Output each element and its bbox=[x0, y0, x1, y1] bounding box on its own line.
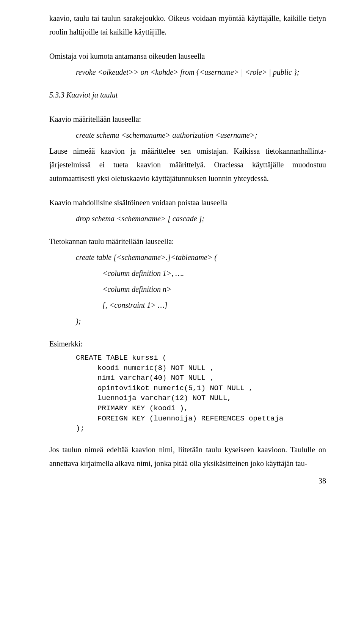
page-number: 38 bbox=[49, 474, 326, 488]
paragraph: Jos taulun nimeä edeltää kaavion nimi, l… bbox=[49, 443, 326, 470]
code-line: <column definition n> bbox=[49, 282, 326, 296]
code-line: [, <constraint 1> …] bbox=[49, 298, 326, 312]
example-label: Esimerkki: bbox=[49, 337, 326, 351]
paragraph-block: Kaavio määritellään lauseella: create sc… bbox=[49, 112, 326, 185]
paragraph: kaavio, taulu tai taulun sarakejoukko. O… bbox=[49, 11, 326, 39]
code-line: drop schema <schemaname> [ cascade ]; bbox=[49, 212, 326, 225]
code-line: revoke <oikeudet>> on <kohde> from {<use… bbox=[49, 65, 326, 79]
paragraph-block: Kaavio mahdollisine sisältöineen voidaan… bbox=[49, 196, 326, 225]
paragraph: Kaavio mahdollisine sisältöineen voidaan… bbox=[49, 196, 326, 209]
code-line: create table [<schemaname>.]<tablename> … bbox=[49, 250, 326, 264]
paragraph-block: Omistaja voi kumota antamansa oikeuden l… bbox=[49, 49, 326, 79]
code-line: create schema <schemaname> authorization… bbox=[49, 128, 326, 142]
code-line: ); bbox=[49, 314, 326, 328]
paragraph: Lause nimeää kaavion ja määrittelee sen … bbox=[49, 144, 326, 185]
paragraph: Omistaja voi kumota antamansa oikeuden l… bbox=[49, 49, 326, 63]
code-block: CREATE TABLE kurssi ( koodi numeric(8) N… bbox=[49, 353, 326, 434]
example-block: Esimerkki: CREATE TABLE kurssi ( koodi n… bbox=[49, 337, 326, 434]
code-line: <column definition 1>, …. bbox=[49, 266, 326, 280]
paragraph: Kaavio määritellään lauseella: bbox=[49, 112, 326, 126]
document-page: kaavio, taulu tai taulun sarakejoukko. O… bbox=[0, 0, 364, 503]
section-heading: 5.3.3 Kaaviot ja taulut bbox=[49, 88, 326, 102]
paragraph: Tietokannan taulu määritellään lauseella… bbox=[49, 235, 326, 248]
paragraph-block: Tietokannan taulu määritellään lauseella… bbox=[49, 235, 326, 328]
